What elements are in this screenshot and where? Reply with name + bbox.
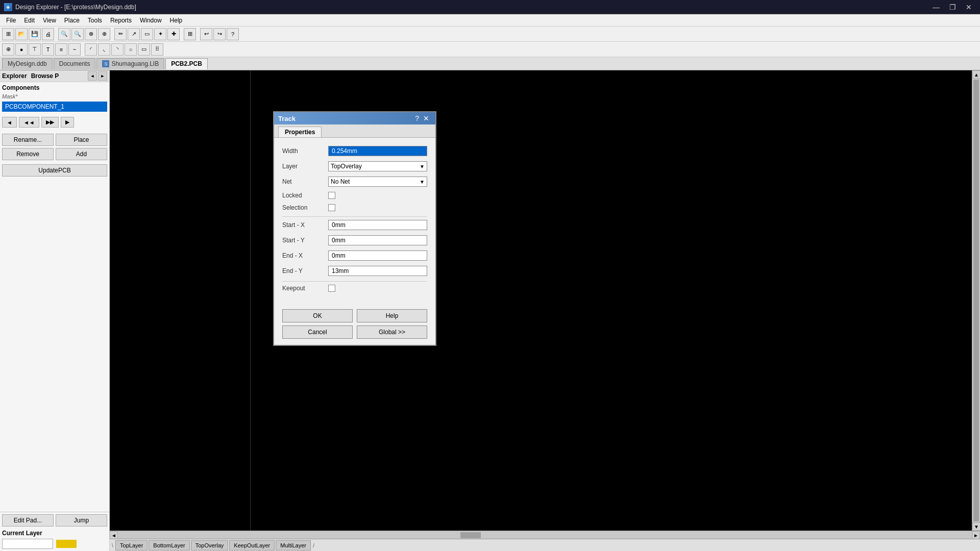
tb-search1[interactable]: 🔍: [58, 28, 70, 40]
startx-input[interactable]: [328, 220, 427, 230]
tb2-dots[interactable]: ⠿: [151, 43, 163, 56]
menu-file[interactable]: File: [2, 16, 20, 25]
h-scroll-thumb[interactable]: [460, 532, 481, 538]
tb-search2[interactable]: 🔍: [71, 28, 84, 40]
menu-window[interactable]: Window: [136, 16, 166, 25]
net-select[interactable]: No Net ▼: [328, 177, 427, 187]
tb-plus[interactable]: ✚: [167, 28, 180, 40]
tb2-arc3[interactable]: ◝: [111, 43, 124, 56]
layer-tab-toplayer[interactable]: TopLayer: [115, 540, 148, 550]
tb2-rect[interactable]: ▭: [138, 43, 150, 56]
layer-tab-keepoutlayer[interactable]: KeepOutLayer: [229, 540, 275, 550]
scroll-up-arrow[interactable]: ▲: [972, 70, 980, 79]
tab-mydesign[interactable]: MyDesign.ddb: [2, 58, 53, 69]
minimize-button[interactable]: —: [929, 2, 943, 13]
dialog-title-bar[interactable]: Track ? ✕: [274, 112, 435, 124]
h-scroll-track[interactable]: [118, 531, 972, 539]
tb2-arc4[interactable]: ○: [125, 43, 137, 56]
tb2-btn4[interactable]: T: [42, 43, 54, 56]
explorer-tab[interactable]: Explorer: [2, 72, 27, 80]
tb-print[interactable]: 🖨: [42, 28, 54, 40]
tb-search3[interactable]: ⊕: [85, 28, 97, 40]
width-input[interactable]: [328, 146, 427, 156]
scroll-thumb-v[interactable]: [973, 80, 979, 521]
tab-shumaguang[interactable]: S Shumaguang.LIB: [96, 58, 164, 69]
maximize-button[interactable]: ❐: [945, 2, 960, 13]
help-button[interactable]: Help: [357, 309, 427, 322]
page-prev[interactable]: ◄◄: [19, 117, 39, 128]
tab-pcb2[interactable]: PCB2.PCB: [165, 58, 208, 69]
page-next[interactable]: ▶▶: [41, 117, 59, 128]
layer-select[interactable]: TopOverlay ▼: [328, 161, 427, 171]
dialog-close-button[interactable]: ✕: [421, 114, 431, 122]
page-first[interactable]: ◄: [2, 117, 17, 128]
tb-browse-components[interactable]: ⊞: [2, 28, 14, 40]
tb-draw1[interactable]: ✏: [114, 28, 127, 40]
width-row: Width: [282, 146, 427, 156]
tb2-btn3[interactable]: ⊤: [29, 43, 41, 56]
layer-tab-bottomlayer[interactable]: BottomLayer: [149, 540, 189, 550]
tb2-arc1[interactable]: ◜: [85, 43, 97, 56]
locked-checkbox[interactable]: [328, 192, 335, 199]
ok-button[interactable]: OK: [282, 309, 353, 322]
add-button[interactable]: Add: [56, 148, 107, 160]
scroll-right-arrow[interactable]: ►: [972, 531, 980, 539]
update-pcb-button[interactable]: UpdatePCB: [2, 164, 107, 177]
page-last[interactable]: ▶: [61, 117, 74, 128]
tb2-btn6[interactable]: ~: [68, 43, 81, 56]
starty-input[interactable]: [328, 235, 427, 245]
endx-input[interactable]: [328, 251, 427, 261]
tb-redo[interactable]: ↪: [213, 28, 226, 40]
menu-reports[interactable]: Reports: [106, 16, 136, 25]
menu-tools[interactable]: Tools: [84, 16, 106, 25]
tb-select[interactable]: ▭: [141, 28, 153, 40]
divider2: [282, 281, 427, 282]
tb-undo[interactable]: ↩: [200, 28, 212, 40]
layer-tab-end-sep: /: [313, 542, 314, 548]
scroll-down-arrow[interactable]: ▼: [972, 522, 980, 531]
tb-grid[interactable]: ⊞: [184, 28, 196, 40]
tb-search4[interactable]: ⊕: [98, 28, 110, 40]
layer-tab-topoverlay[interactable]: TopOverlay: [191, 540, 229, 550]
current-layer-input[interactable]: [2, 539, 53, 549]
sidebar-bottom: Edit Pad... Jump Current Layer: [0, 512, 109, 551]
vertical-scrollbar[interactable]: ▲ ▼: [972, 70, 980, 531]
nav-left[interactable]: ◄: [88, 71, 97, 81]
scroll-left-arrow[interactable]: ◄: [110, 531, 118, 539]
tb-help[interactable]: ?: [227, 28, 239, 40]
tb2-btn5[interactable]: ≡: [55, 43, 67, 56]
menu-edit[interactable]: Edit: [20, 16, 39, 25]
tb2-arc2[interactable]: ◟: [98, 43, 110, 56]
selection-checkbox[interactable]: [328, 204, 335, 211]
tb2-btn1[interactable]: ⊕: [2, 43, 14, 56]
rename-button[interactable]: Rename...: [2, 134, 54, 146]
menu-view[interactable]: View: [39, 16, 60, 25]
jump-button[interactable]: Jump: [56, 514, 107, 527]
layer-tab-multilayer[interactable]: MultiLayer: [276, 540, 311, 550]
close-button[interactable]: ✕: [962, 2, 976, 13]
keepout-checkbox[interactable]: [328, 285, 335, 292]
remove-button[interactable]: Remove: [2, 148, 54, 160]
dialog-tab-properties[interactable]: Properties: [278, 127, 322, 137]
tb2-btn2[interactable]: ●: [15, 43, 28, 56]
global-button[interactable]: Global >>: [357, 325, 427, 339]
tb-select2[interactable]: ✦: [154, 28, 166, 40]
horizontal-scrollbar[interactable]: ◄ ►: [110, 531, 980, 539]
tb-open[interactable]: 📂: [15, 28, 28, 40]
endy-input[interactable]: [328, 266, 427, 276]
edit-pad-button[interactable]: Edit Pad...: [2, 514, 54, 527]
menu-help[interactable]: Help: [166, 16, 187, 25]
cancel-button[interactable]: Cancel: [282, 325, 353, 339]
pcb-canvas[interactable]: Track ? ✕ Properties: [110, 70, 972, 531]
tb-draw2[interactable]: ↗: [128, 28, 140, 40]
component-item[interactable]: PCBCOMPONENT_1: [2, 102, 107, 112]
dialog-help-icon[interactable]: ?: [413, 114, 421, 122]
app-icon: ◈: [4, 3, 12, 11]
tab-documents[interactable]: Documents: [54, 58, 96, 69]
browse-tab[interactable]: Browse P: [31, 72, 59, 80]
net-dropdown-arrow: ▼: [420, 179, 425, 185]
menu-place[interactable]: Place: [60, 16, 84, 25]
tb-save[interactable]: 💾: [29, 28, 41, 40]
nav-right[interactable]: ►: [98, 71, 107, 81]
place-button[interactable]: Place: [56, 134, 107, 146]
